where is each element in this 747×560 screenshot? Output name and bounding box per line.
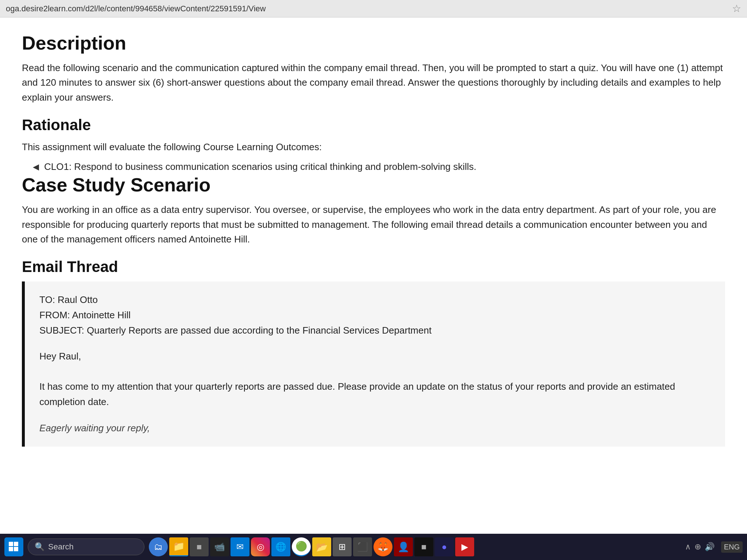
network-icon[interactable]: ⊕ — [694, 542, 701, 552]
chrome-icon[interactable]: 🟢 — [292, 537, 311, 556]
clo-list: ◀ CLO1: Respond to business communicatio… — [33, 159, 725, 174]
url-bar[interactable]: oga.desire2learn.com/d2l/le/content/9946… — [6, 4, 266, 13]
email-closing: Eagerly waiting your reply, — [39, 421, 711, 436]
svg-rect-2 — [9, 547, 13, 551]
main-content: Description Read the following scenario … — [0, 18, 747, 534]
mail-icon[interactable]: ✉ — [231, 537, 249, 556]
edge-icon[interactable]: 🌐 — [271, 537, 290, 556]
email-body-text: It has come to my attention that your qu… — [39, 379, 711, 409]
rationale-heading: Rationale — [22, 116, 725, 134]
email-greeting: Hey Raul, It has come to my attention th… — [39, 349, 711, 409]
list-item: ◀ CLO1: Respond to business communicatio… — [33, 159, 725, 174]
email-from: FROM: Antoinette Hill — [39, 308, 711, 323]
instagram-icon[interactable]: ◎ — [251, 537, 270, 556]
taskbar-apps: 🗂 📁 ■ 📹 ✉ ◎ 🌐 🟢 📂 ⊞ ⬛ — [149, 537, 474, 556]
description-heading: Description — [22, 32, 725, 54]
search-label: Search — [48, 542, 74, 552]
taskbar-icon-5[interactable]: ▶ — [455, 537, 474, 556]
svg-rect-3 — [14, 547, 18, 551]
language-badge[interactable]: ENG — [721, 541, 743, 553]
rationale-intro: This assignment will evaluate the follow… — [22, 140, 725, 154]
user-icon[interactable]: 👤 — [394, 537, 413, 556]
windows-store-icon[interactable]: ⊞ — [333, 537, 352, 556]
taskbar-icon-4[interactable]: ● — [435, 537, 454, 556]
file-explorer-icon[interactable]: 📁 — [169, 537, 188, 556]
sys-tray-area: ∧ ⊕ 🔊 — [681, 542, 718, 552]
folder-icon[interactable]: 📂 — [312, 537, 331, 556]
video-icon[interactable]: 📹 — [210, 537, 229, 556]
svg-rect-0 — [9, 542, 13, 546]
browser-bar: oga.desire2learn.com/d2l/le/content/9946… — [0, 0, 747, 18]
email-block: TO: Raul Otto FROM: Antoinette Hill SUBJ… — [22, 281, 725, 447]
email-thread-heading: Email Thread — [22, 258, 725, 276]
search-icon: 🔍 — [35, 542, 44, 552]
clo-text: CLO1: Respond to business communication … — [44, 159, 476, 174]
volume-icon[interactable]: 🔊 — [705, 542, 715, 552]
taskbar: 🔍 Search 🗂 📁 ■ 📹 ✉ ◎ 🌐 🟢 📂 — [0, 534, 747, 560]
taskbar-icon-1[interactable]: ■ — [190, 537, 209, 556]
bookmark-icon[interactable]: ☆ — [732, 3, 741, 15]
description-text: Read the following scenario and the comm… — [22, 61, 725, 105]
svg-rect-1 — [14, 542, 18, 546]
taskbar-icon-3[interactable]: ■ — [414, 537, 433, 556]
case-study-heading: Case Study Scenario — [22, 174, 725, 196]
firefox-icon[interactable]: 🦊 — [374, 537, 392, 556]
task-view-icon[interactable]: 🗂 — [149, 537, 168, 556]
chevron-up-icon[interactable]: ∧ — [685, 542, 691, 552]
email-subject: SUBJECT: Quarterly Reports are passed du… — [39, 323, 711, 338]
search-bar[interactable]: 🔍 Search — [28, 538, 144, 555]
start-button[interactable] — [4, 537, 23, 556]
arrow-icon: ◀ — [33, 161, 39, 173]
case-study-text: You are working in an office as a data e… — [22, 202, 725, 246]
system-tray: ∧ ⊕ 🔊 ENG — [681, 541, 743, 553]
taskbar-icon-2[interactable]: ⬛ — [353, 537, 372, 556]
email-greeting-text: Hey Raul, — [39, 349, 711, 364]
email-to: TO: Raul Otto — [39, 292, 711, 308]
windows-logo-icon — [9, 542, 19, 552]
